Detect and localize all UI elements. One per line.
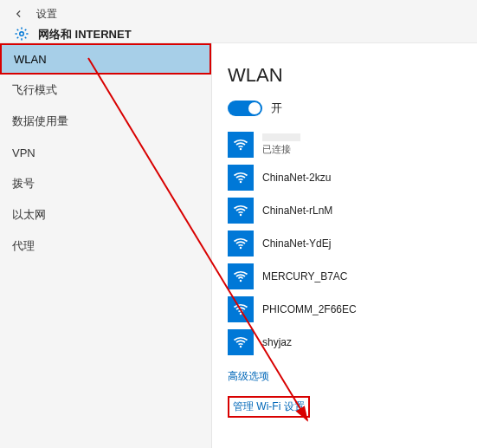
network-name-redacted [262,133,300,141]
network-item[interactable]: ChinaNet-YdEj [228,230,477,256]
sidebar-item-vpn[interactable]: VPN [0,137,211,168]
content-container: WLAN 飞行模式 数据使用量 VPN 拨号 以太网 代理 WLAN 开 已连接 [0,43,477,448]
network-name: ChinaNet-rLnM [262,205,332,217]
network-item[interactable]: shyjaz [228,329,477,355]
sidebar-item-datausage[interactable]: 数据使用量 [0,106,211,137]
wifi-icon [228,132,254,158]
network-item[interactable]: ChinaNet-2kzu [228,165,477,191]
network-list: 已连接 ChinaNet-2kzu ChinaNet-rLnM ChinaNet… [228,132,477,355]
sidebar: WLAN 飞行模式 数据使用量 VPN 拨号 以太网 代理 [0,43,212,448]
sidebar-item-label: WLAN [14,53,47,66]
sidebar-item-label: 以太网 [12,207,46,223]
svg-point-0 [20,32,24,36]
sidebar-item-dialup[interactable]: 拨号 [0,168,211,199]
network-item[interactable]: PHICOMM_2F66EC [228,296,477,322]
header: 设置 网络和 INTERNET [0,0,477,43]
sidebar-item-airplane[interactable]: 飞行模式 [0,75,211,106]
gear-icon [14,26,31,43]
wifi-icon [228,198,254,224]
svg-point-1 [240,148,242,151]
network-name: ChinaNet-2kzu [262,172,331,184]
svg-point-6 [240,313,242,315]
main-panel: WLAN 开 已连接 ChinaNet-2kzu [212,43,477,448]
network-item[interactable]: ChinaNet-rLnM [228,198,477,224]
sidebar-item-proxy[interactable]: 代理 [0,230,211,262]
sidebar-item-label: VPN [12,146,35,159]
network-item[interactable]: MERCURY_B7AC [228,263,477,289]
network-item-connected[interactable]: 已连接 [228,132,477,158]
sidebar-item-ethernet[interactable]: 以太网 [0,199,211,230]
wlan-toggle[interactable] [228,101,262,116]
page-title: WLAN [228,64,477,87]
svg-point-7 [240,346,242,348]
wifi-icon [228,296,254,322]
wlan-toggle-label: 开 [271,101,282,116]
arrow-left-icon [13,8,25,20]
network-name: shyjaz [262,336,292,348]
settings-label: 设置 [36,7,57,22]
svg-point-5 [240,280,242,282]
sidebar-item-wlan[interactable]: WLAN [0,43,211,75]
svg-point-4 [240,247,242,250]
network-name: MERCURY_B7AC [262,270,347,282]
manage-wifi-link[interactable]: 管理 Wi-Fi 设置 [228,396,310,418]
wifi-icon [228,165,254,191]
wifi-icon [228,263,254,289]
network-name: PHICOMM_2F66EC [262,303,357,315]
network-labels: 已连接 [262,133,300,155]
svg-point-2 [240,181,242,184]
network-name: ChinaNet-YdEj [262,237,331,250]
network-status: 已连接 [262,144,300,155]
category-title: 网络和 INTERNET [38,27,132,42]
sidebar-item-label: 数据使用量 [12,114,68,129]
wifi-icon [228,230,254,256]
sidebar-item-label: 代理 [12,238,35,254]
sidebar-item-label: 飞行模式 [12,82,57,98]
back-button[interactable] [9,3,29,24]
svg-point-3 [240,214,242,217]
sidebar-item-label: 拨号 [12,176,35,192]
wlan-toggle-row: 开 [228,101,477,116]
wifi-icon [228,329,254,355]
advanced-options-link[interactable]: 高级选项 [228,369,269,384]
